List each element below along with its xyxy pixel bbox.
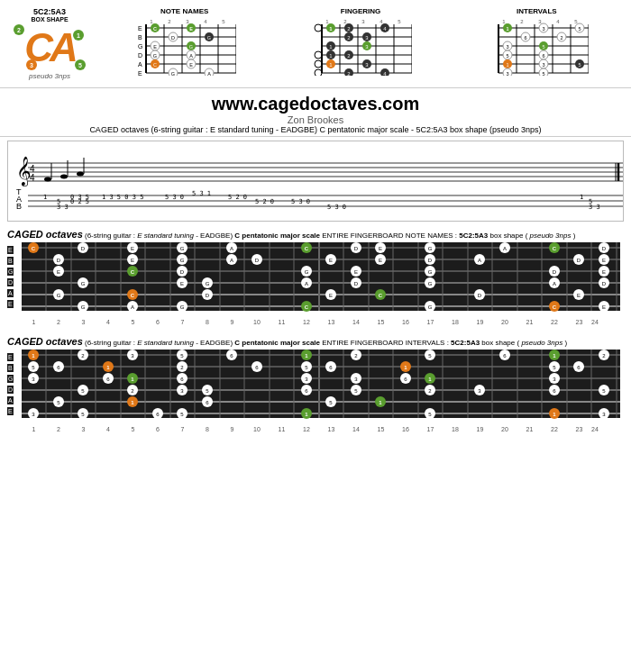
fret-numbers-row-2: 1 2 3 4 5 6 7 8 9 10 11 12 13 14 15 16 1… [22, 426, 624, 432]
svg-text:1: 1 [580, 194, 583, 201]
svg-text:E: E [138, 70, 142, 76]
string-d: D [7, 278, 14, 286]
string2-e-low: E [7, 407, 14, 415]
svg-text:G: G [57, 293, 61, 298]
string2-e-high: E [7, 353, 14, 361]
fret-num-13: 13 [319, 319, 343, 325]
svg-text:A: A [189, 53, 193, 59]
svg-text:3: 3 [186, 19, 189, 24]
scale-description: CAGED octaves (6-string guitar : E stand… [9, 125, 622, 134]
top-section: 5C2:5A3 BOX SHAPE 2 CA 1 3 5 pseudo 3nps… [0, 0, 631, 84]
svg-text:E: E [329, 258, 333, 263]
svg-text:A: A [131, 304, 134, 310]
svg-text:5 3 0: 5 3 0 [291, 198, 310, 205]
string-g: G [7, 268, 14, 276]
fret-num-14: 14 [343, 319, 369, 325]
svg-point-50 [315, 69, 322, 76]
pseudo-label: pseudo 3nps [29, 72, 70, 80]
svg-text:3: 3 [542, 26, 544, 32]
svg-text:5 3 0: 5 3 0 [327, 204, 346, 211]
svg-text:G: G [180, 246, 185, 251]
logo-dot-1: 1 [73, 30, 84, 41]
svg-text:D: D [57, 258, 61, 263]
svg-point-47 [315, 24, 322, 32]
string2-b: B [7, 364, 14, 372]
svg-point-49 [315, 60, 322, 68]
staff-notation: 𝄞 T A B 4 4 1 5 3 3 0 3 5 0 2 5 1 3 5 0 … [7, 141, 624, 222]
svg-text:3: 3 [506, 71, 508, 77]
svg-text:6: 6 [542, 53, 544, 59]
svg-text:3: 3 [542, 62, 544, 68]
svg-text:E: E [602, 258, 606, 263]
string-a: A [7, 289, 14, 297]
fingerboard2-svg: 1 5 3 3 6 5 2 5 5 1 [22, 350, 620, 423]
svg-text:D: D [553, 269, 557, 275]
svg-text:4: 4 [556, 19, 560, 24]
box-shape-label: 5C2:5A3 [33, 7, 66, 16]
fingering-diagram: FINGERING [275, 7, 445, 76]
svg-text:C: C [305, 246, 309, 251]
fingering-title: FINGERING [341, 7, 380, 15]
fingerboard1-section: CAGED octaves (6-string guitar : E stand… [0, 225, 631, 329]
caged-text-2: CAGED octaves [7, 336, 83, 347]
string2-g: G [7, 375, 14, 383]
fret-num-23: 23 [567, 319, 591, 325]
svg-text:1: 1 [506, 26, 508, 32]
svg-text:5 2 0: 5 2 0 [228, 194, 247, 201]
intervals-diagram: INTERVALS 1 2 3 4 [452, 7, 622, 76]
svg-text:G: G [428, 281, 433, 286]
fret-num-10: 10 [244, 319, 270, 325]
string2-a: A [7, 396, 14, 404]
svg-text:E: E [577, 293, 581, 298]
fret-num-9: 9 [220, 319, 244, 325]
logo-image: 2 CA 1 3 5 [14, 23, 86, 72]
svg-text:1 3 5 0 3 5: 1 3 5 0 3 5 [102, 194, 143, 201]
svg-text:C: C [553, 304, 557, 310]
logo-area: 5C2:5A3 BOX SHAPE 2 CA 1 3 5 pseudo 3nps [9, 7, 90, 80]
svg-text:E: E [180, 281, 184, 286]
fret-num-21: 21 [517, 319, 542, 325]
intervals-svg: 1 2 3 4 5 1 3 5 6 2 3 5 [485, 17, 589, 76]
svg-text:B: B [16, 202, 22, 211]
svg-text:0 2 5: 0 2 5 [70, 198, 89, 205]
svg-text:A: A [207, 71, 211, 77]
svg-text:E: E [354, 269, 358, 275]
svg-point-172 [60, 175, 68, 179]
fret-num-12: 12 [294, 319, 319, 325]
fret-num-17: 17 [418, 319, 443, 325]
svg-text:A: A [305, 281, 308, 286]
svg-text:B: B [138, 34, 142, 41]
svg-text:3 3: 3 3 [589, 204, 600, 211]
svg-text:1: 1 [502, 19, 506, 24]
svg-text:1: 1 [506, 62, 508, 68]
note-names-diagram: NOTE NAMES E B G D A E [99, 7, 270, 76]
svg-text:E: E [189, 62, 193, 68]
fret-num-19: 19 [468, 319, 492, 325]
svg-text:D: D [354, 281, 359, 286]
svg-text:C: C [153, 26, 157, 32]
svg-text:E: E [329, 293, 333, 298]
svg-text:C: C [153, 62, 157, 68]
box-shape-sub: BOX SHAPE [31, 16, 68, 23]
string-labels-2: E B G D A E [7, 350, 14, 418]
caged-text-1: CAGED octaves [7, 229, 83, 240]
svg-text:2: 2 [560, 35, 562, 41]
svg-text:G: G [180, 258, 185, 263]
string-labels-1: E B G D A E [7, 242, 14, 311]
fret-num-15: 15 [369, 319, 393, 325]
svg-text:1: 1 [150, 19, 153, 24]
svg-text:G: G [206, 281, 210, 286]
svg-text:E: E [379, 258, 382, 263]
svg-text:3: 3 [362, 19, 366, 24]
svg-text:D: D [602, 246, 607, 251]
svg-text:4: 4 [380, 19, 384, 24]
svg-text:5 2 0: 5 2 0 [255, 198, 274, 205]
svg-text:E: E [131, 258, 134, 263]
top-diagrams: NOTE NAMES E B G D A E [99, 7, 622, 76]
fret-numbers-row-1: 1 2 3 4 5 6 7 8 9 10 11 12 13 14 15 16 1… [22, 319, 624, 325]
fret-num-22: 22 [542, 319, 567, 325]
svg-text:D: D [478, 293, 482, 298]
fret-num-3: 3 [71, 319, 96, 325]
svg-text:A: A [553, 281, 556, 286]
fb1-wrapper: E B G D A E fret-lines-1 [7, 242, 624, 325]
